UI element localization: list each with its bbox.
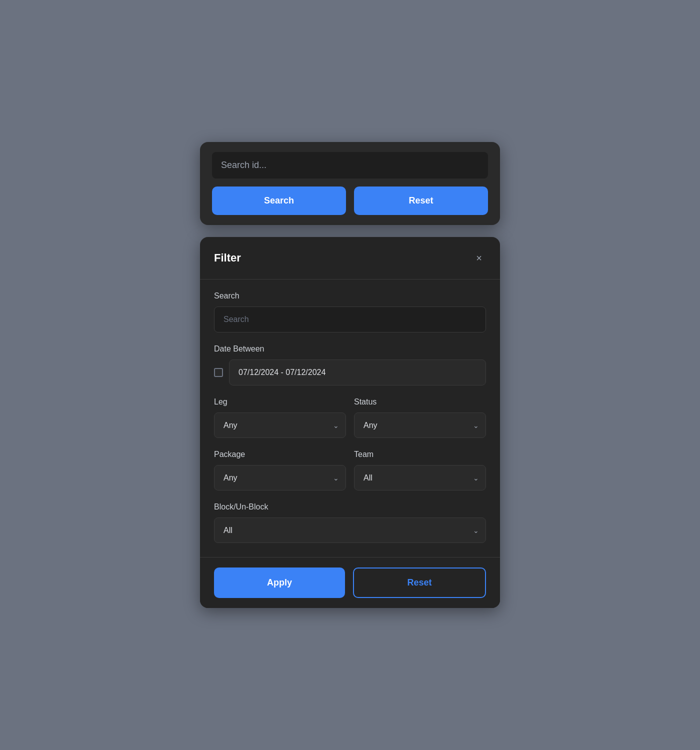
team-label: Team [354, 450, 486, 459]
block-unblock-label: Block/Un-Block [214, 502, 486, 512]
search-label: Search [214, 292, 486, 300]
package-select-wrapper: Any ⌄ [214, 465, 346, 490]
filter-search-input[interactable] [214, 306, 486, 332]
top-buttons: Search Reset [212, 186, 488, 215]
filter-title: Filter [214, 252, 241, 264]
top-reset-button[interactable]: Reset [354, 186, 488, 215]
filter-header: Filter × [214, 251, 486, 265]
page-wrapper: Search Reset Filter × Search Date Betwee… [200, 142, 500, 608]
filter-close-button[interactable]: × [472, 251, 486, 265]
block-unblock-select-wrapper: All ⌄ [214, 518, 486, 543]
package-label: Package [214, 450, 346, 459]
date-between-label: Date Between [214, 344, 486, 354]
top-search-input[interactable] [212, 152, 488, 178]
block-unblock-group: Block/Un-Block All ⌄ [214, 502, 486, 543]
package-field-group: Package Any ⌄ [214, 450, 346, 490]
status-select-wrapper: Any ⌄ [354, 412, 486, 438]
package-team-row: Package Any ⌄ Team All ⌄ [214, 450, 486, 490]
top-search-panel: Search Reset [200, 142, 500, 225]
search-field-group: Search [214, 292, 486, 344]
top-search-button[interactable]: Search [212, 186, 346, 215]
apply-button[interactable]: Apply [214, 568, 345, 598]
status-label: Status [354, 398, 486, 406]
filter-divider [200, 279, 500, 280]
leg-field-group: Leg Any ⌄ [214, 398, 346, 438]
status-select[interactable]: Any [354, 412, 486, 438]
leg-status-row: Leg Any ⌄ Status Any ⌄ [214, 398, 486, 438]
status-field-group: Status Any ⌄ [354, 398, 486, 438]
filter-reset-button[interactable]: Reset [353, 568, 486, 598]
date-between-group: Date Between [214, 344, 486, 386]
package-select[interactable]: Any [214, 465, 346, 490]
filter-footer-buttons: Apply Reset [200, 557, 500, 608]
team-field-group: Team All ⌄ [354, 450, 486, 490]
team-select-wrapper: All ⌄ [354, 465, 486, 490]
date-between-row [214, 360, 486, 386]
filter-panel: Filter × Search Date Between Leg Any [200, 237, 500, 608]
leg-select[interactable]: Any [214, 412, 346, 438]
leg-select-wrapper: Any ⌄ [214, 412, 346, 438]
block-unblock-select[interactable]: All [214, 518, 486, 543]
team-select[interactable]: All [354, 465, 486, 490]
leg-label: Leg [214, 398, 346, 406]
date-range-input[interactable] [229, 360, 486, 386]
date-checkbox[interactable] [214, 368, 223, 377]
